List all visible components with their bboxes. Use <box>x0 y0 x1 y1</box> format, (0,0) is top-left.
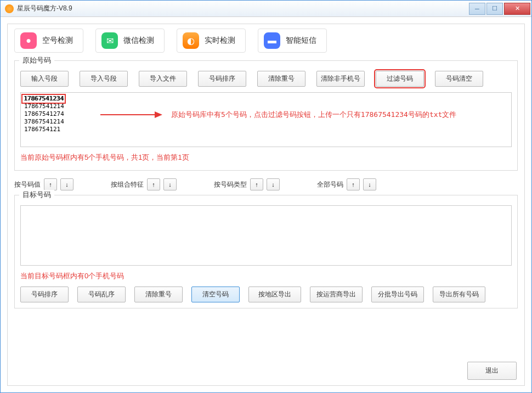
highlighted-number: 17867541234 <box>21 94 66 104</box>
export-all-button[interactable]: 导出所有号码 <box>433 287 485 302</box>
number-line: 17867541214 <box>24 103 508 110</box>
clear-button[interactable]: 号码清空 <box>435 71 483 87</box>
sort-all: 全部号码 ↑ ↓ <box>317 178 376 190</box>
sort-by-combo: 按组合特征 ↑ ↓ <box>111 178 177 190</box>
tab-label: 空号检测 <box>42 36 73 46</box>
filter-button[interactable]: 过滤号码 <box>376 71 424 87</box>
export-carrier-button[interactable]: 按运营商导出 <box>310 287 363 302</box>
sort-up-button[interactable]: ↑ <box>250 178 263 190</box>
tab-label: 智能短信 <box>286 36 316 46</box>
tab-wechat-check[interactable]: ✉ 微信检测 <box>95 29 165 53</box>
sort-down-button[interactable]: ↓ <box>267 178 280 190</box>
titlebar: 星辰号码魔方-V8.9 ─ ☐ ✕ <box>1 1 531 17</box>
chat-icon: ▬ <box>264 32 280 49</box>
sort-label: 按组合特征 <box>111 180 144 189</box>
input-segment-button[interactable]: 输入号段 <box>20 71 69 87</box>
number-line: 17867541274 <box>24 110 508 118</box>
sort-label: 全部号码 <box>317 180 343 189</box>
source-toolbar: 输入号段 导入号段 导入文件 号码排序 清除重号 清除非手机号 过滤号码 号码清… <box>20 71 512 87</box>
target-title: 目标号码 <box>19 190 54 200</box>
main-panel: ● 空号检测 ✉ 微信检测 ◐ 实时检测 ▬ 智能短信 原始号码 <box>7 24 525 386</box>
import-segment-button[interactable]: 导入号段 <box>80 71 128 87</box>
wechat-icon: ✉ <box>101 32 118 49</box>
number-line: 37867541214 <box>24 118 508 126</box>
remove-nonmobile-button[interactable]: 清除非手机号 <box>316 71 365 87</box>
sort-button[interactable]: 号码排序 <box>198 71 246 87</box>
sort-down-button[interactable]: ↓ <box>60 178 73 190</box>
tab-label: 微信检测 <box>123 36 154 46</box>
sort-up-button[interactable]: ↑ <box>147 178 160 190</box>
window-title: 星辰号码魔方-V8.9 <box>17 4 469 13</box>
number-line: 1786754121 <box>24 126 508 133</box>
target-clear-button[interactable]: 清空号码 <box>191 287 240 302</box>
app-icon <box>5 4 14 13</box>
clock-icon: ◐ <box>183 32 199 49</box>
export-region-button[interactable]: 按地区导出 <box>248 287 301 302</box>
window-controls: ─ ☐ ✕ <box>469 3 531 15</box>
target-dedupe-button[interactable]: 清除重号 <box>134 287 183 302</box>
bubble-icon: ● <box>20 32 37 49</box>
source-number-list[interactable]: 17867541234 17867541234 17867541214 1786… <box>20 92 512 147</box>
number-line: 17867541234 <box>24 95 508 103</box>
tab-empty-check[interactable]: ● 空号检测 <box>14 29 83 53</box>
sort-row: 按号码值 ↑ ↓ 按组合特征 ↑ ↓ 按号码类型 ↑ ↓ 全部号码 ↑ <box>14 176 518 195</box>
tab-label: 实时检测 <box>205 36 235 46</box>
target-shuffle-button[interactable]: 号码乱序 <box>77 287 126 302</box>
target-status: 当前目标号码框内有0个手机号码 <box>20 271 512 281</box>
target-toolbar: 号码排序 号码乱序 清除重号 清空号码 按地区导出 按运营商导出 分批导出号码 … <box>20 287 512 302</box>
source-title: 原始号码 <box>19 55 54 65</box>
exit-button[interactable]: 退出 <box>467 362 517 380</box>
sort-down-button[interactable]: ↓ <box>163 178 177 190</box>
minimize-button[interactable]: ─ <box>469 3 485 15</box>
sort-label: 按号码类型 <box>214 180 247 189</box>
sort-by-type: 按号码类型 ↑ ↓ <box>214 178 280 190</box>
tab-smart-sms[interactable]: ▬ 智能短信 <box>258 29 327 53</box>
sort-by-value: 按号码值 ↑ ↓ <box>14 178 73 190</box>
import-file-button[interactable]: 导入文件 <box>139 71 187 87</box>
sort-label: 按号码值 <box>14 180 41 189</box>
target-number-list[interactable] <box>20 205 512 266</box>
maximize-button[interactable]: ☐ <box>486 3 503 15</box>
sort-up-button[interactable]: ↑ <box>44 178 57 190</box>
app-window: 星辰号码魔方-V8.9 ─ ☐ ✕ ● 空号检测 ✉ 微信检测 ◐ 实时检测 <box>0 0 532 393</box>
target-sort-button[interactable]: 号码排序 <box>20 287 69 302</box>
source-status: 当前原始号码框内有5个手机号码，共1页，当前第1页 <box>20 153 512 162</box>
tab-realtime-check[interactable]: ◐ 实时检测 <box>177 29 246 53</box>
client-area: ● 空号检测 ✉ 微信检测 ◐ 实时检测 ▬ 智能短信 原始号码 <box>1 17 531 392</box>
export-batch-button[interactable]: 分批导出号码 <box>371 287 424 302</box>
exit-row: 退出 <box>467 362 517 380</box>
top-tabs: ● 空号检测 ✉ 微信检测 ◐ 实时检测 ▬ 智能短信 <box>14 29 518 53</box>
target-section: 目标号码 当前目标号码框内有0个手机号码 号码排序 号码乱序 清除重号 清空号码… <box>14 195 518 308</box>
close-button[interactable]: ✕ <box>504 3 530 15</box>
dedupe-button[interactable]: 清除重号 <box>257 71 305 87</box>
sort-up-button[interactable]: ↑ <box>347 178 360 190</box>
sort-down-button[interactable]: ↓ <box>363 178 376 190</box>
source-section: 原始号码 输入号段 导入号段 导入文件 号码排序 清除重号 清除非手机号 过滤号… <box>14 60 518 171</box>
